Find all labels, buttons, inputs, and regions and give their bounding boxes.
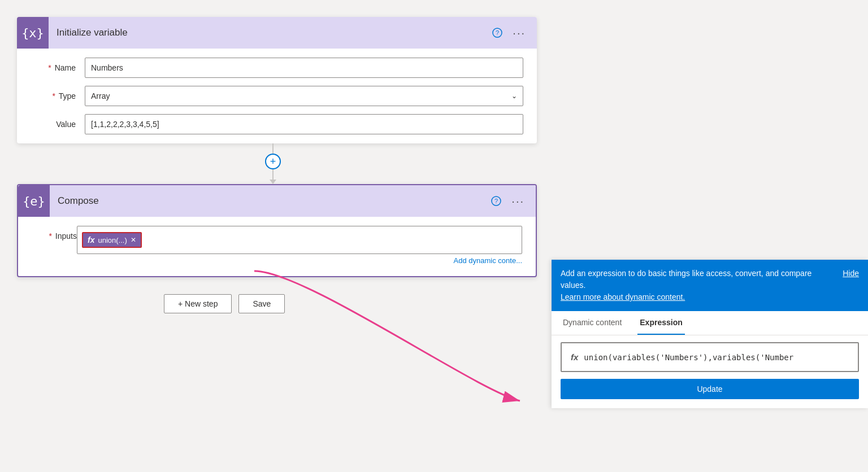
connector-line-top	[272, 143, 274, 154]
connector-line-bottom	[272, 169, 274, 180]
expression-panel: Add an expression to do basic things lik…	[552, 260, 868, 408]
initialize-variable-card: {x} Initialize variable ? ··· *	[17, 17, 537, 143]
compose-card-header: {e} Compose ? ···	[18, 185, 536, 217]
name-field-row: * Name	[31, 58, 523, 78]
bottom-buttons: + New step Save	[164, 294, 285, 313]
init-card-actions: ? ···	[490, 24, 528, 42]
compose-inputs-row: * Inputs fx union(...) ✕ Add dynamic con…	[32, 226, 522, 267]
init-card-header: {x} Initialize variable ? ···	[17, 17, 537, 49]
hide-panel-link[interactable]: Hide	[843, 268, 859, 279]
type-required-star: *	[53, 91, 55, 100]
type-select[interactable]: Array ⌄	[85, 86, 523, 106]
fx-tag-icon: fx	[88, 235, 94, 244]
panel-header: Add an expression to do basic things lik…	[552, 260, 868, 311]
compose-card-icon: {e}	[18, 185, 50, 217]
compose-card-body: * Inputs fx union(...) ✕ Add dynamic con…	[18, 217, 536, 276]
arrow-annotation	[192, 265, 554, 423]
inputs-field-area[interactable]: fx union(...) ✕	[77, 226, 522, 254]
add-dynamic-content-link[interactable]: Add dynamic conte...	[77, 254, 522, 267]
init-card-title: Initialize variable	[49, 27, 490, 38]
add-step-button[interactable]: +	[265, 154, 281, 169]
new-step-button[interactable]: + New step	[164, 294, 232, 313]
value-input[interactable]	[85, 114, 523, 134]
panel-header-text: Add an expression to do basic things lik…	[561, 268, 843, 303]
panel-tabs: Dynamic content Expression	[552, 311, 868, 335]
compose-card: {e} Compose ? ··· * Inputs	[17, 184, 537, 277]
compose-card-title: Compose	[50, 195, 489, 207]
tab-expression[interactable]: Expression	[637, 311, 684, 335]
name-required-star: *	[48, 63, 51, 72]
name-label: * Name	[31, 63, 76, 72]
save-button[interactable]: Save	[238, 294, 285, 313]
type-field-row: * Type Array ⌄	[31, 86, 523, 106]
init-card-body: * Name * Type Array ⌄ Value	[17, 49, 537, 143]
expression-tag[interactable]: fx union(...) ✕	[82, 232, 142, 248]
inputs-field-wrapper: fx union(...) ✕ Add dynamic conte...	[77, 226, 522, 267]
update-button[interactable]: Update	[561, 379, 859, 399]
inputs-label: * Inputs	[32, 226, 77, 241]
svg-text:?: ?	[496, 29, 499, 36]
compose-card-actions: ? ···	[489, 193, 527, 210]
expression-text-input[interactable]	[584, 353, 849, 362]
svg-text:?: ?	[494, 198, 498, 204]
inputs-required-star: *	[49, 231, 52, 241]
init-help-button[interactable]: ?	[490, 25, 505, 40]
name-input[interactable]	[85, 58, 523, 78]
connector-arrow	[270, 180, 276, 184]
type-label: * Type	[31, 91, 76, 100]
expression-input-area[interactable]: fx	[561, 342, 859, 372]
init-icon-symbol: {x}	[21, 26, 44, 40]
tab-dynamic-content[interactable]: Dynamic content	[561, 311, 624, 335]
compose-help-button[interactable]: ?	[489, 194, 504, 208]
connector: +	[265, 143, 281, 184]
value-field-row: Value	[31, 114, 523, 134]
init-card-icon: {x}	[17, 17, 49, 49]
init-more-button[interactable]: ···	[510, 24, 528, 42]
value-label: Value	[31, 120, 76, 129]
fx-label-icon: fx	[571, 352, 578, 362]
learn-more-link[interactable]: Learn more about dynamic content.	[561, 291, 836, 303]
compose-icon-symbol: {e}	[23, 194, 45, 208]
chevron-down-icon: ⌄	[511, 92, 517, 100]
expression-tag-label: union(...)	[98, 236, 127, 244]
expression-tag-close[interactable]: ✕	[131, 236, 136, 244]
compose-more-button[interactable]: ···	[509, 193, 527, 210]
